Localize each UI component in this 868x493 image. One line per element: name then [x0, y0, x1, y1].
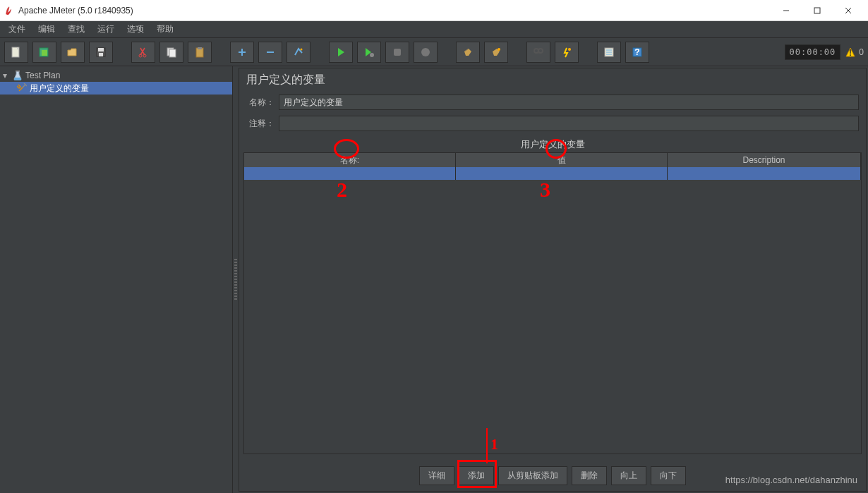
splitter[interactable] [233, 66, 239, 493]
svg-point-20 [370, 53, 374, 57]
elapsed-time: 00:00:00 [785, 44, 841, 60]
clear-all-button[interactable] [484, 42, 508, 63]
close-button[interactable] [833, 0, 864, 21]
comment-label: 注释： [246, 118, 275, 130]
tree-arrow-icon[interactable]: ▾ [3, 71, 10, 80]
name-input[interactable] [279, 95, 859, 110]
window-titlebar: Apache JMeter (5.0 r1840935) [0, 0, 868, 21]
col-description[interactable]: Description [668, 153, 861, 167]
beaker-icon [13, 71, 23, 80]
clear-button[interactable] [456, 42, 480, 63]
menu-run[interactable]: 运行 [92, 22, 120, 37]
svg-rect-9 [99, 53, 103, 56]
window-title: Apache JMeter (5.0 r1840935) [18, 6, 133, 16]
function-helper-button[interactable] [597, 42, 621, 63]
svg-text:!: ! [849, 48, 852, 58]
svg-point-26 [568, 48, 571, 51]
svg-rect-15 [198, 47, 202, 49]
tree-label-testplan: Test Plan [25, 71, 60, 80]
templates-button[interactable] [32, 42, 56, 63]
svg-point-19 [301, 48, 303, 50]
name-label: 名称： [246, 97, 275, 109]
wrench-icon [17, 83, 27, 93]
menu-search[interactable]: 查找 [62, 22, 90, 37]
paste-button[interactable] [188, 42, 212, 63]
toggle-button[interactable] [287, 42, 311, 63]
copy-button[interactable] [159, 42, 183, 63]
svg-text:?: ? [634, 47, 639, 57]
menu-file[interactable]: 文件 [3, 22, 31, 37]
warning-count: 0 [859, 47, 864, 57]
toolbar: ? 00:00:00 ! 0 [0, 38, 868, 66]
variables-table[interactable]: 名称: 值 Description [243, 152, 862, 454]
open-button[interactable] [61, 42, 85, 63]
maximize-button[interactable] [802, 0, 833, 21]
svg-rect-6 [42, 50, 47, 56]
comment-input[interactable] [279, 116, 859, 131]
shutdown-button[interactable] [414, 42, 438, 63]
tree-label-user-vars: 用户定义的变量 [30, 83, 89, 95]
menu-edit[interactable]: 编辑 [32, 22, 61, 37]
menu-bar: 文件 编辑 查找 运行 选项 帮助 [0, 21, 868, 38]
table-row[interactable] [244, 167, 861, 180]
help-button[interactable]: ? [625, 42, 649, 63]
config-panel: 用户定义的变量 名称： 注释： 用户定义的变量 名称: 值 Descriptio… [239, 68, 867, 492]
test-plan-tree[interactable]: ▾ Test Plan 用户定义的变量 [0, 66, 233, 493]
menu-options[interactable]: 选项 [121, 22, 150, 37]
from-clipboard-button[interactable]: 从剪贴板添加 [498, 466, 567, 485]
svg-rect-1 [814, 8, 820, 13]
jmeter-logo-icon [4, 6, 14, 16]
start-button[interactable] [329, 42, 353, 63]
down-button[interactable]: 向下 [651, 466, 686, 485]
up-button[interactable]: 向上 [611, 466, 646, 485]
svg-rect-21 [394, 49, 401, 56]
search-button[interactable] [526, 42, 550, 63]
reset-search-button[interactable] [555, 42, 579, 63]
col-name[interactable]: 名称: [244, 153, 456, 167]
svg-rect-13 [169, 49, 176, 57]
svg-rect-8 [98, 48, 104, 51]
cut-button[interactable] [131, 42, 155, 63]
detail-button[interactable]: 详细 [419, 466, 454, 485]
section-title: 用户定义的变量 [239, 134, 866, 152]
tree-node-user-vars[interactable]: 用户定义的变量 [0, 82, 232, 95]
delete-button[interactable]: 删除 [572, 466, 607, 485]
col-value[interactable]: 值 [456, 153, 668, 167]
tree-node-testplan[interactable]: ▾ Test Plan [0, 69, 232, 82]
new-button[interactable] [4, 42, 28, 63]
save-button[interactable] [89, 42, 113, 63]
button-bar: 详细 添加 从剪贴板添加 删除 向上 向下 [239, 461, 866, 491]
start-no-pause-button[interactable] [357, 42, 381, 63]
svg-rect-34 [16, 71, 20, 72]
stop-button[interactable] [385, 42, 409, 63]
warning-indicator: ! 0 [845, 47, 864, 58]
warning-icon: ! [845, 47, 856, 58]
menu-help[interactable]: 帮助 [151, 22, 179, 37]
minimize-button[interactable] [771, 0, 802, 21]
collapse-button[interactable] [258, 42, 282, 63]
add-button[interactable]: 添加 [459, 466, 494, 485]
panel-title: 用户定义的变量 [239, 68, 866, 92]
svg-point-23 [498, 48, 500, 51]
svg-point-25 [538, 49, 543, 53]
svg-point-22 [421, 48, 430, 56]
expand-button[interactable] [230, 42, 254, 63]
